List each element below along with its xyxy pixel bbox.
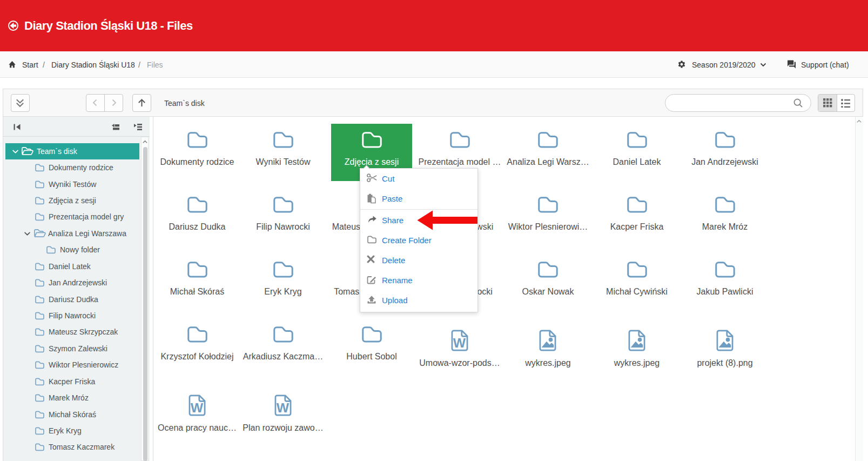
svg-text:W: W (190, 400, 203, 415)
svg-text:W: W (276, 400, 289, 415)
svg-text:W: W (453, 336, 466, 350)
